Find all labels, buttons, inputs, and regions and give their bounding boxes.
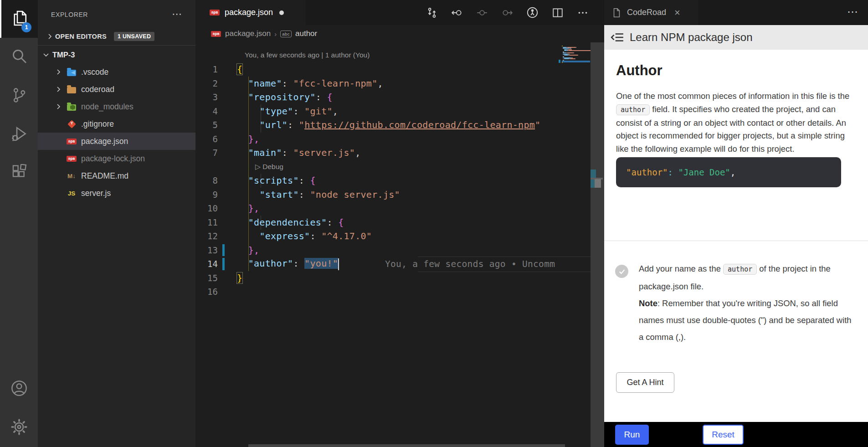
file-name: package.json [81, 137, 128, 146]
note-label: Note [639, 298, 657, 308]
close-icon[interactable]: × [674, 8, 680, 18]
editor-tab-bar: npm package.json [195, 0, 604, 25]
chevron-right-icon: › [274, 30, 277, 38]
file-tree-item[interactable]: coderoad [38, 81, 195, 98]
code-line-11[interactable]: 11 "dependencies": { [195, 216, 592, 230]
activity-account[interactable] [0, 370, 38, 408]
split-editor-icon[interactable] [552, 7, 564, 19]
scrollbar-thumb[interactable] [595, 179, 601, 188]
panel-footer: Run Reset [604, 422, 868, 447]
back-menu-icon[interactable] [611, 31, 624, 43]
code-line-8[interactable]: 8 "scripts": { [195, 174, 592, 188]
code-line-2[interactable]: 2 "name": "fcc-learn-npm", [195, 77, 592, 91]
previous-change-icon[interactable] [451, 7, 463, 19]
code-line-1[interactable]: 1{ [195, 62, 592, 77]
workspace-root-folder[interactable]: TMP-3 [38, 46, 195, 63]
code-line-12[interactable]: 12 "express": "^4.17.0" [195, 229, 592, 243]
code-line-6[interactable]: 6 }, [195, 132, 592, 146]
more-actions-icon[interactable] [577, 7, 589, 19]
line-number: 6 [195, 134, 218, 144]
editor-group: npm package.json [195, 0, 604, 447]
sidebar-title: EXPLORER [51, 11, 88, 18]
activity-run-debug[interactable] [0, 115, 38, 154]
code-text: { [237, 64, 242, 75]
source-control-icon [10, 87, 28, 106]
minimap[interactable] [562, 46, 590, 69]
npm-file-icon: npm [211, 31, 221, 37]
change-marker-icon[interactable] [476, 7, 488, 19]
file-tree-item[interactable]: JS server.js [38, 185, 195, 202]
code-line-15[interactable]: 15} [195, 271, 592, 285]
coderoad-panel: CodeRoad × ⋯ Learn NPM package json Auth… [604, 0, 868, 447]
file-tree-item[interactable]: npm package-lock.json [38, 150, 195, 167]
file-icon [611, 8, 621, 18]
chevron-right-icon [55, 103, 63, 110]
line-number: 4 [195, 106, 218, 116]
sidebar-more-actions-icon[interactable]: ⋯ [172, 8, 182, 20]
npm-file-icon: npm [210, 10, 220, 15]
code-line-16[interactable]: 16 [195, 285, 592, 299]
breadcrumb: npm package.json › abc author [195, 25, 604, 42]
next-change-icon[interactable] [501, 7, 513, 19]
code-text: }, [237, 203, 259, 214]
file-tree-item[interactable]: .gitignore [38, 115, 195, 133]
annotations-icon[interactable] [526, 6, 539, 19]
activity-source-control[interactable] [0, 77, 38, 115]
file-name: package-lock.json [81, 154, 145, 164]
more-actions-icon[interactable]: ⋯ [847, 5, 858, 18]
file-tree-item[interactable]: npm package.json [38, 133, 195, 150]
open-editors-header[interactable]: OPEN EDITORS 1 UNSAVED [38, 27, 195, 46]
search-icon [10, 47, 28, 67]
file-type-icon: JS [66, 190, 77, 197]
tab-coderoad[interactable]: CodeRoad × [604, 0, 698, 25]
breadcrumb-symbol[interactable]: author [295, 29, 317, 38]
code-text: "url": "https://github.com/coderoad/fcc-… [237, 119, 540, 130]
codelens-authorship[interactable]: You, a few seconds ago | 1 author (You) [195, 48, 592, 62]
file-name: README.md [81, 171, 128, 181]
code-text: "name": "fcc-learn-npm", [237, 78, 383, 89]
code-text: } [237, 272, 242, 283]
code-line-13[interactable]: 13 }, [195, 243, 592, 257]
get-a-hint-button[interactable]: Get A Hint [616, 372, 674, 393]
code-line-10[interactable]: 10 }, [195, 201, 592, 216]
activity-search[interactable] [0, 38, 38, 77]
activity-settings[interactable] [0, 408, 38, 447]
file-name: node_modules [81, 102, 134, 112]
editor-scrollbar[interactable] [591, 42, 604, 447]
code-line-9[interactable]: 9 "start": "node server.js" [195, 188, 592, 202]
tutorial-header: Learn NPM package json [604, 25, 868, 50]
line-number: 10 [195, 203, 218, 213]
codelens-debug[interactable]: ▷ Debug [195, 160, 592, 174]
editor-toolbar [426, 0, 589, 25]
activity-extensions[interactable] [0, 154, 38, 193]
code-text: }, [237, 134, 259, 144]
file-tree-item[interactable]: .vscode [38, 63, 195, 81]
horizontal-scrollbar[interactable] [248, 444, 565, 447]
file-tree-item[interactable]: node_modules [38, 98, 195, 115]
code-line-4[interactable]: 4 "type": "git", [195, 104, 592, 118]
file-type-icon [66, 85, 77, 93]
code-line-5[interactable]: 5 "url": "https://github.com/coderoad/fc… [195, 118, 592, 132]
code-line-14[interactable]: 14 "author": "you!"You, a few seconds ag… [195, 257, 592, 271]
file-tree-item[interactable]: M↓ README.md [38, 167, 195, 185]
run-button[interactable]: Run [615, 425, 649, 445]
file-name: .gitignore [81, 119, 114, 129]
reset-button[interactable]: Reset [703, 425, 744, 445]
compare-changes-icon[interactable] [426, 7, 438, 19]
description-text: field. It specifies who created the proj… [616, 104, 846, 154]
code-editor[interactable]: You, a few seconds ago | 1 author (You)1… [195, 42, 604, 447]
breadcrumb-file[interactable]: package.json [225, 29, 271, 38]
coderoad-tab-label: CodeRoad [627, 8, 666, 17]
file-type-icon [66, 121, 77, 127]
code-line-3[interactable]: 3 "repository": { [195, 90, 592, 104]
code-line-7[interactable]: 7 "main": "server.js", [195, 146, 592, 160]
tab-package-json[interactable]: npm package.json [195, 0, 306, 25]
explorer-badge: 1 [21, 22, 31, 32]
code-text: "repository": { [237, 92, 333, 103]
file-type-icon: npm [66, 156, 77, 162]
task-item: Add your name as the author of the proje… [639, 260, 854, 345]
symbol-string-icon: abc [280, 31, 292, 37]
unsaved-dot-icon[interactable] [279, 10, 284, 15]
step-description: One of the most common pieces of informa… [616, 90, 858, 156]
activity-explorer[interactable]: 1 [0, 0, 38, 38]
